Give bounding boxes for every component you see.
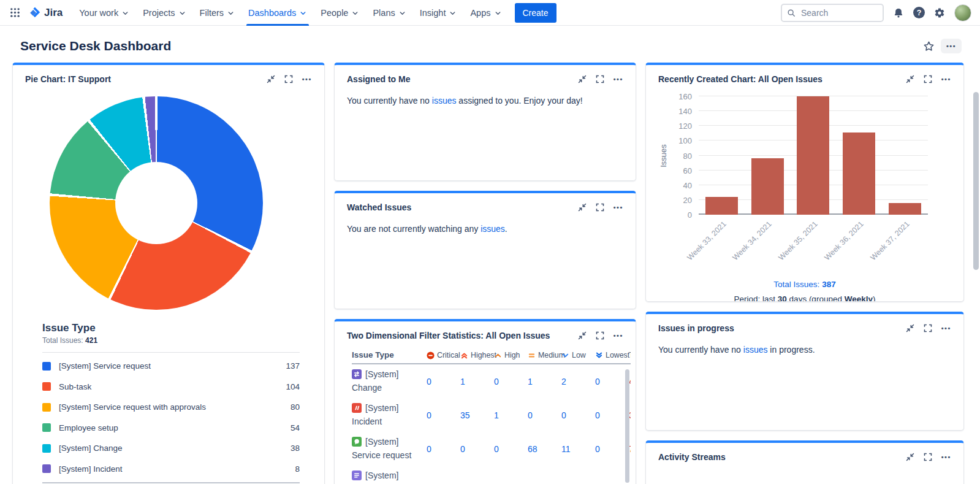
empty-state-text: You currently have no issues assigned to… [335,89,636,112]
stat-count-link[interactable]: 0 [561,410,595,420]
stat-count-link[interactable]: 35 [460,410,494,420]
gadget-more-icon[interactable]: ••• [613,332,623,339]
column-header-medium[interactable]: Medium [528,351,561,359]
issues-link[interactable]: issues [432,96,457,106]
minimize-icon[interactable] [267,75,275,83]
pie-chart-donut[interactable] [50,96,263,310]
stat-count-link[interactable]: 0 [595,444,629,454]
maximize-icon[interactable] [924,75,932,83]
nav-item-dashboards[interactable]: Dashboards [241,0,314,26]
column-header-total-truncated[interactable]: T [629,351,631,359]
legend-row[interactable]: Sub-task104 [42,377,300,398]
legend-label: [System] Service request with approvals [59,402,291,412]
legend-swatch [42,444,51,453]
x-tick-label: Week 37, 2021 [868,220,911,262]
stat-count-link[interactable]: 11 [561,444,595,454]
gadget-title: Recently Created Chart: All Open Issues [658,74,822,84]
pie-total-issues: Total Issues: 421 [42,336,324,345]
column-header-high[interactable]: High [494,351,528,359]
notification-icon[interactable] [893,7,904,18]
nav-items: Your workProjectsFiltersDashboardsPeople… [72,0,508,26]
page-scrollbar[interactable] [973,92,979,270]
gadget-more-icon[interactable]: ••• [941,325,951,332]
table-row: [System] Change0101204 [352,364,631,398]
legend-row[interactable]: [System] Incident8 [42,459,300,480]
stat-count-link[interactable]: 1 [494,410,528,420]
nav-item-people[interactable]: People [314,0,366,26]
gadget-more-icon[interactable]: ••• [941,75,951,83]
page-more-icon[interactable]: ••• [941,39,962,53]
minimize-icon[interactable] [578,331,587,340]
nav-item-your-work[interactable]: Your work [72,0,136,26]
app-switcher-icon[interactable] [6,4,24,21]
jira-logo-text: Jira [44,7,63,19]
stat-count-link[interactable]: 0 [427,377,460,386]
gadget-header: Issues in progress ••• [646,314,963,338]
text-after: assigned to you. Enjoy your day! [456,96,582,106]
nav-item-apps[interactable]: Apps [463,0,508,26]
stat-count-link[interactable]: 0 [528,410,561,420]
gadget-more-icon[interactable]: ••• [613,75,623,83]
text-after: in progress. [767,345,815,355]
stat-count-link[interactable]: 0 [494,444,528,454]
maximize-icon[interactable] [596,203,604,212]
stat-count-link[interactable]: 0 [460,444,494,454]
maximize-icon[interactable] [596,75,604,83]
stat-count-link[interactable]: 68 [528,444,561,454]
maximize-icon[interactable] [596,331,604,340]
help-icon[interactable]: ? [913,7,925,18]
stat-count-link[interactable]: 1 [528,377,561,386]
stat-count-link[interactable]: 0 [427,444,460,454]
column-header-issue-type[interactable]: Issue Type [352,350,427,359]
create-button[interactable]: Create [515,3,556,23]
minimize-icon[interactable] [578,75,587,83]
maximize-icon[interactable] [924,324,932,332]
minimize-icon[interactable] [906,453,914,461]
legend-row[interactable]: [System] Change38 [42,438,300,459]
period-days: 30 [778,294,787,302]
issues-link[interactable]: issues [743,345,768,355]
y-tick-label: 40 [683,180,692,190]
chart-total-issues[interactable]: Total Issues: 387 [646,280,963,289]
minimize-icon[interactable] [906,75,914,83]
stat-count-link[interactable]: 0 [595,410,629,420]
nav-item-plans[interactable]: Plans [366,0,412,26]
stat-count-link[interactable]: 0 [595,377,629,386]
nav-item-filters[interactable]: Filters [193,0,241,26]
stat-count-link[interactable]: 1 [460,377,494,386]
gadget-more-icon[interactable]: ••• [613,204,623,211]
issues-link[interactable]: issues [481,224,505,234]
legend-label: [System] Incident [59,464,295,474]
column-header-highest[interactable]: Highest [460,351,494,359]
gadget-actions: ••• [578,203,623,212]
search-input[interactable] [800,7,873,18]
maximize-icon[interactable] [284,75,293,83]
legend-row[interactable]: Employee setup54 [42,418,300,439]
star-icon[interactable] [922,40,935,53]
gadget-more-icon[interactable]: ••• [302,75,312,83]
stat-count-link[interactable]: 2 [561,377,595,386]
jira-dashboard-app: Jira Your workProjectsFiltersDashboardsP… [0,0,980,484]
column-header-low[interactable]: Low [561,351,595,359]
nav-item-insight[interactable]: Insight [413,0,464,26]
column-header-critical[interactable]: Critical [427,351,460,359]
gadget-actions: ••• [906,75,951,83]
legend-row[interactable]: [System] Service request137 [42,356,300,377]
issue-type-cell: [System] Service request [352,432,427,466]
table-scrollbar[interactable] [625,369,629,483]
issue-type-cell: [System] Incident [352,398,427,432]
gadget-more-icon[interactable]: ••• [941,453,951,461]
settings-icon[interactable] [934,7,945,18]
stat-count-link[interactable]: 0 [427,410,460,420]
stat-count-link[interactable]: 0 [494,377,528,386]
maximize-icon[interactable] [924,453,932,461]
legend-row[interactable]: [System] Service request with approvals8… [42,397,300,418]
gadget-title: Two Dimensional Filter Statistics: All O… [347,331,550,340]
avatar[interactable] [954,4,971,21]
nav-item-projects[interactable]: Projects [136,0,192,26]
nav-item-label: People [321,8,348,18]
column-header-lowest[interactable]: Lowest [595,351,629,359]
minimize-icon[interactable] [906,324,914,332]
jira-logo[interactable]: Jira [28,6,63,20]
minimize-icon[interactable] [578,203,587,212]
